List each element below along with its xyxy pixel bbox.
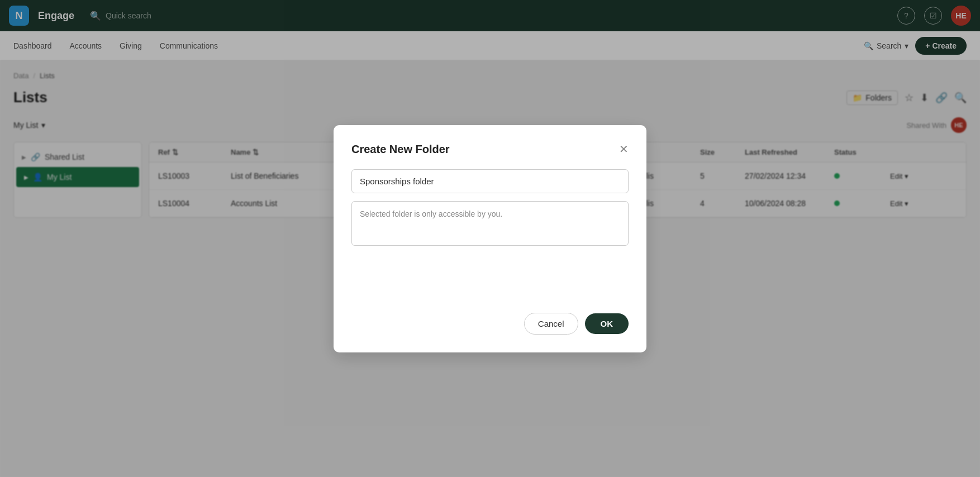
create-folder-modal: Create New Folder ✕ Selected folder is o…: [334, 125, 646, 352]
modal-title: Create New Folder: [351, 143, 450, 156]
ok-button[interactable]: OK: [585, 313, 629, 334]
cancel-button[interactable]: Cancel: [524, 313, 578, 335]
modal-overlay: Create New Folder ✕ Selected folder is o…: [0, 0, 980, 477]
modal-close-button[interactable]: ✕: [619, 144, 629, 155]
folder-name-input[interactable]: [351, 169, 629, 193]
modal-header: Create New Folder ✕: [351, 143, 629, 156]
modal-accessibility-note: Selected folder is only accessible by yo…: [351, 201, 629, 246]
modal-footer: Cancel OK: [351, 313, 629, 335]
